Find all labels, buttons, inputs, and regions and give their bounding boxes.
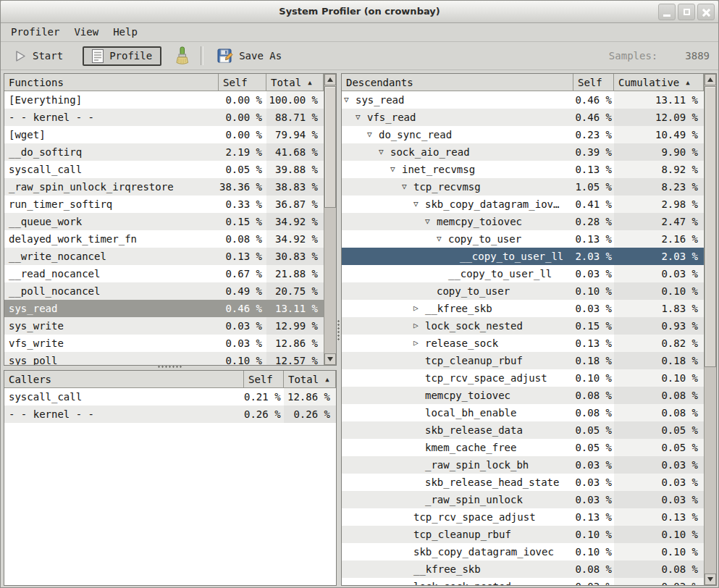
start-button-label: Start xyxy=(33,50,63,62)
expander-closed-icon[interactable]: ▷ xyxy=(413,335,419,352)
table-row[interactable]: ▷release_sock0.13 %0.82 % xyxy=(342,335,704,352)
expander-open-icon[interactable]: ▽ xyxy=(356,109,361,126)
table-row[interactable]: delayed_work_timer_fn0.08 %34.92 % xyxy=(4,230,324,248)
expander-open-icon[interactable]: ▽ xyxy=(402,178,407,196)
self-percent-cell: 0.10 % xyxy=(573,369,614,387)
close-button[interactable] xyxy=(697,4,715,20)
table-row[interactable]: __poll_nocancel0.49 %20.75 % xyxy=(4,282,324,300)
table-row[interactable]: sys_read0.46 %13.11 % xyxy=(4,300,324,317)
start-button[interactable]: Start xyxy=(8,48,70,64)
table-row[interactable]: __queue_work0.15 %34.92 % xyxy=(4,213,324,230)
table-row[interactable]: skb_copy_datagram_iovec0.10 %0.10 % xyxy=(342,543,704,560)
scrollbar-thumb[interactable] xyxy=(324,86,336,208)
table-row[interactable]: __do_softirq2.19 %41.68 % xyxy=(4,143,324,161)
cumulative-percent-cell: 0.08 % xyxy=(614,387,704,404)
column-header[interactable]: Callers xyxy=(4,371,244,388)
horizontal-splitter-grip[interactable] xyxy=(157,365,182,369)
table-row[interactable]: lock_sock_nested0.03 %0.03 % xyxy=(342,578,704,586)
table-row[interactable]: ▽memcpy_toiovec0.28 %2.47 % xyxy=(342,213,704,230)
column-header[interactable]: Total▲ xyxy=(266,74,324,91)
menu-view[interactable]: View xyxy=(67,24,106,40)
column-header[interactable]: Functions xyxy=(4,74,219,91)
table-row[interactable]: ▽vfs_read0.46 %12.09 % xyxy=(342,109,704,126)
scroll-up-button[interactable] xyxy=(324,74,336,85)
expander-open-icon[interactable]: ▽ xyxy=(379,143,384,161)
table-row[interactable]: __read_nocancel0.67 %21.88 % xyxy=(4,265,324,282)
table-row[interactable]: tcp_cleanup_rbuf0.10 %0.10 % xyxy=(342,526,704,543)
expander-open-icon[interactable]: ▽ xyxy=(425,213,430,230)
table-row[interactable]: _raw_spin_unlock0.03 %0.03 % xyxy=(342,491,704,508)
table-row[interactable]: ▽tcp_recvmsg1.05 %8.23 % xyxy=(342,178,704,196)
column-header[interactable]: Descendants xyxy=(342,74,573,91)
reset-button[interactable] xyxy=(167,44,196,68)
expander-open-icon[interactable]: ▽ xyxy=(367,126,372,143)
table-row[interactable]: __kfree_skb0.08 %0.08 % xyxy=(342,560,704,578)
function-name: sys_poll xyxy=(9,355,57,366)
column-header[interactable]: Self xyxy=(244,371,284,388)
table-row[interactable]: tcp_cleanup_rbuf0.18 %0.18 % xyxy=(342,352,704,369)
save-as-button[interactable]: Save As xyxy=(211,46,288,66)
table-row[interactable]: sys_write0.03 %12.99 % xyxy=(4,317,324,335)
total-percent-cell: 12.86 % xyxy=(284,388,336,406)
table-row[interactable]: __copy_to_user_ll2.03 %2.03 % xyxy=(342,248,704,265)
table-row[interactable]: sys_poll0.10 %12.57 % xyxy=(4,352,324,366)
functions-scrollbar[interactable] xyxy=(324,74,336,365)
table-row[interactable]: [Everything]0.00 %100.00 % xyxy=(4,91,324,109)
expander-open-icon[interactable]: ▽ xyxy=(437,230,442,248)
table-row[interactable]: ▽skb_copy_datagram_iov…0.41 %2.98 % xyxy=(342,196,704,213)
arrow-down-icon xyxy=(327,357,333,361)
menu-profiler[interactable]: Profiler xyxy=(4,24,67,40)
table-row[interactable]: copy_to_user0.10 %0.10 % xyxy=(342,282,704,300)
table-row[interactable]: ▽inet_recvmsg0.13 %8.92 % xyxy=(342,161,704,178)
table-row[interactable]: memcpy_toiovec0.08 %0.08 % xyxy=(342,387,704,404)
table-row[interactable]: tcp_rcv_space_adjust0.13 %0.13 % xyxy=(342,508,704,526)
column-header[interactable]: Total▲ xyxy=(284,371,336,388)
table-row[interactable]: syscall_call0.21 %12.86 % xyxy=(4,388,336,406)
column-header[interactable]: Cumulative▲ xyxy=(614,74,704,91)
minimize-button[interactable] xyxy=(658,4,676,20)
table-row[interactable]: kmem_cache_free0.05 %0.05 % xyxy=(342,439,704,456)
expander-closed-icon[interactable]: ▷ xyxy=(413,317,419,335)
expander-closed-icon[interactable]: ▷ xyxy=(413,300,419,317)
table-row[interactable]: run_timer_softirq0.33 %36.87 % xyxy=(4,196,324,213)
table-row[interactable]: ▷lock_sock_nested0.15 %0.93 % xyxy=(342,317,704,335)
table-row[interactable]: skb_release_data0.05 %0.05 % xyxy=(342,421,704,439)
menu-help[interactable]: Help xyxy=(106,24,145,40)
table-row[interactable]: syscall_call0.05 %39.88 % xyxy=(4,161,324,178)
function-name-cell: tcp_cleanup_rbuf xyxy=(342,526,573,543)
expander-open-icon[interactable]: ▽ xyxy=(390,161,395,178)
table-row[interactable]: _raw_spin_lock_bh0.03 %0.03 % xyxy=(342,456,704,474)
profile-toggle-button[interactable]: Profile xyxy=(83,46,161,66)
table-row[interactable]: - - kernel - -0.00 %88.71 % xyxy=(4,109,324,126)
function-name-cell: tcp_rcv_space_adjust xyxy=(342,369,573,387)
column-header[interactable]: Self xyxy=(573,74,614,91)
table-row[interactable]: ▽do_sync_read0.23 %10.49 % xyxy=(342,126,704,143)
maximize-button[interactable] xyxy=(678,4,695,20)
table-row[interactable]: vfs_write0.03 %12.86 % xyxy=(4,335,324,352)
table-row[interactable]: _raw_spin_unlock_irqrestore38.36 %38.83 … xyxy=(4,178,324,196)
table-row[interactable]: ▽sock_aio_read0.39 %9.90 % xyxy=(342,143,704,161)
samples-indicator: Samples: 3889 xyxy=(609,50,711,62)
table-row[interactable]: local_bh_enable0.08 %0.08 % xyxy=(342,404,704,421)
scrollbar-thumb[interactable] xyxy=(705,86,716,367)
descendants-scrollbar[interactable] xyxy=(704,74,716,585)
table-row[interactable]: - - kernel - -0.26 %0.26 % xyxy=(4,406,336,423)
table-row[interactable]: ▷__kfree_skb0.03 %1.83 % xyxy=(342,300,704,317)
table-row[interactable]: ▽sys_read0.46 %13.11 % xyxy=(342,91,704,109)
table-row[interactable]: skb_release_head_state0.03 %0.03 % xyxy=(342,474,704,491)
self-percent-cell: 0.13 % xyxy=(219,248,266,265)
title-bar[interactable]: System Profiler (on crownbay) xyxy=(1,1,718,23)
table-row[interactable]: __write_nocancel0.13 %30.83 % xyxy=(4,248,324,265)
expander-open-icon[interactable]: ▽ xyxy=(344,91,349,109)
table-row[interactable]: [wget]0.00 %79.94 % xyxy=(4,126,324,143)
table-row[interactable]: __copy_to_user_ll0.03 %0.03 % xyxy=(342,265,704,282)
scroll-down-button[interactable] xyxy=(705,574,716,585)
table-row[interactable]: tcp_rcv_space_adjust0.10 %0.10 % xyxy=(342,369,704,387)
column-header[interactable]: Self xyxy=(219,74,266,91)
function-name-cell: - - kernel - - xyxy=(4,109,219,126)
scroll-up-button[interactable] xyxy=(705,74,716,85)
expander-open-icon[interactable]: ▽ xyxy=(413,196,419,213)
table-row[interactable]: ▽copy_to_user0.13 %2.16 % xyxy=(342,230,704,248)
callers-header-row: CallersSelfTotal▲ xyxy=(4,371,336,388)
scroll-down-button[interactable] xyxy=(324,353,336,365)
